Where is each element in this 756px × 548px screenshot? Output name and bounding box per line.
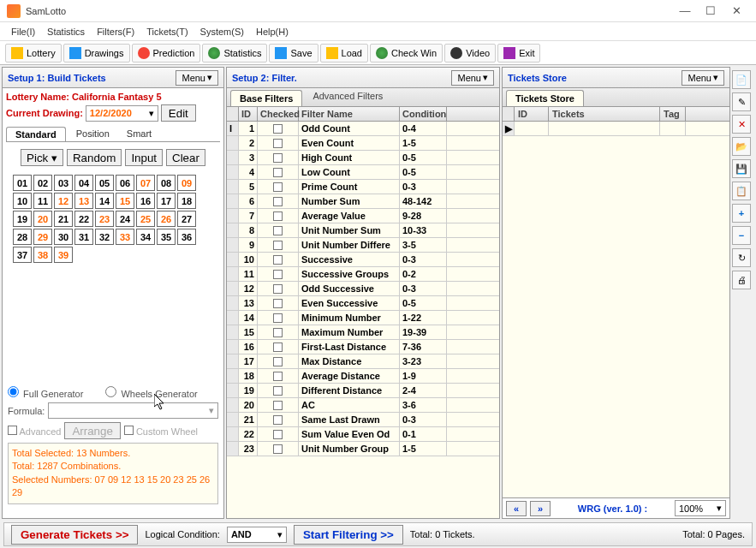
filter-row[interactable]: 12Odd Successive0-3 [227, 282, 499, 296]
side-print-icon[interactable]: 🖨 [732, 271, 751, 289]
filter-checkbox[interactable] [273, 270, 283, 279]
side-minus-icon[interactable]: − [732, 226, 751, 245]
input-button[interactable]: Input [125, 149, 163, 166]
toolbar-lottery[interactable]: Lottery [5, 44, 62, 63]
toolbar-prediction[interactable]: Prediction [132, 44, 201, 63]
formula-combo[interactable]: ▾ [48, 402, 218, 419]
generate-tickets-button[interactable]: Generate Tickets >> [11, 525, 138, 545]
filter-checkbox[interactable] [273, 226, 283, 235]
menu-statistics[interactable]: Statistics [41, 25, 91, 39]
nav-next-button[interactable]: » [530, 501, 551, 516]
col-id[interactable]: ID [239, 107, 258, 121]
filter-checkbox[interactable] [273, 211, 283, 221]
filter-checkbox[interactable] [273, 357, 283, 366]
store-col-tag[interactable]: Tag [660, 107, 686, 121]
pick-button[interactable]: Pick ▾ [21, 149, 63, 166]
filter-row[interactable]: 9Unit Number Differe3-5 [227, 238, 499, 253]
filter-row[interactable]: 10Successive0-3 [227, 253, 499, 267]
toolbar-video[interactable]: Video [444, 44, 496, 63]
store-col-id[interactable]: ID [515, 107, 549, 121]
filter-checkbox[interactable] [273, 197, 283, 206]
number-02[interactable]: 02 [33, 175, 52, 191]
toolbar-save[interactable]: Save [269, 44, 318, 63]
menu-filters[interactable]: Filters(F) [91, 25, 140, 39]
number-23[interactable]: 23 [95, 211, 114, 227]
filter-checkbox[interactable] [273, 124, 283, 134]
number-24[interactable]: 24 [116, 211, 134, 227]
number-06[interactable]: 06 [116, 175, 134, 191]
tab-smart[interactable]: Smart [118, 127, 160, 141]
toolbar-load[interactable]: Load [320, 44, 368, 63]
number-39[interactable]: 39 [54, 247, 73, 263]
filter-row[interactable]: 14Minimum Number1-22 [227, 311, 499, 325]
store-col-tickets[interactable]: Tickets [549, 107, 660, 121]
maximize-button[interactable]: ☐ [698, 0, 723, 22]
filter-checkbox[interactable] [273, 313, 283, 323]
menu-system[interactable]: System(S) [194, 25, 250, 39]
number-25[interactable]: 25 [136, 211, 155, 227]
number-20[interactable]: 20 [33, 211, 52, 227]
filter-row[interactable]: 16First-Last Distance7-36 [227, 340, 499, 354]
number-27[interactable]: 27 [177, 211, 196, 227]
number-10[interactable]: 10 [13, 193, 32, 209]
number-19[interactable]: 19 [13, 211, 32, 227]
side-save-icon[interactable]: 💾 [732, 159, 751, 178]
col-checked[interactable]: Checked [258, 107, 299, 121]
filter-row[interactable]: 15Maximum Number19-39 [227, 325, 499, 340]
close-button[interactable]: ✕ [723, 0, 749, 22]
panel2-menu-button[interactable]: Menu ▾ [451, 70, 494, 86]
filter-row[interactable]: 4Low Count0-5 [227, 165, 499, 180]
side-add-icon[interactable]: 📄 [732, 70, 751, 89]
filter-checkbox[interactable] [273, 182, 283, 192]
filter-row[interactable]: 3High Count0-5 [227, 151, 499, 165]
random-button[interactable]: Random [67, 149, 122, 166]
filter-row[interactable]: 22Sum Value Even Od0-1 [227, 427, 499, 442]
number-15[interactable]: 15 [116, 193, 134, 209]
number-16[interactable]: 16 [136, 193, 155, 209]
toolbar-statistics[interactable]: Statistics [202, 44, 267, 63]
panel3-menu-button[interactable]: Menu ▾ [682, 70, 724, 86]
number-05[interactable]: 05 [95, 175, 114, 191]
toolbar-checkwin[interactable]: Check Win [370, 44, 443, 63]
number-26[interactable]: 26 [157, 211, 176, 227]
zoom-combo[interactable]: 100%▾ [675, 500, 726, 516]
number-33[interactable]: 33 [116, 229, 134, 245]
tab-tickets-store[interactable]: Tickets Store [506, 90, 584, 106]
filter-checkbox[interactable] [273, 241, 283, 250]
tab-standard[interactable]: Standard [6, 127, 66, 141]
filter-checkbox[interactable] [273, 153, 283, 163]
number-35[interactable]: 35 [157, 229, 176, 245]
col-condition[interactable]: Condition [400, 107, 447, 121]
filter-checkbox[interactable] [273, 372, 283, 381]
panel1-menu-button[interactable]: Menu ▾ [176, 70, 218, 86]
number-22[interactable]: 22 [74, 211, 93, 227]
drawing-date-combo[interactable]: 12/2/2020▾ [86, 105, 158, 122]
number-18[interactable]: 18 [177, 193, 196, 209]
filter-row[interactable]: 13Even Successive0-5 [227, 296, 499, 311]
menu-help[interactable]: Help(H) [250, 25, 295, 39]
toolbar-exit[interactable]: Exit [497, 44, 540, 63]
filter-row[interactable]: 11Successive Groups0-2 [227, 267, 499, 282]
number-17[interactable]: 17 [157, 193, 176, 209]
side-edit-icon[interactable]: ✎ [732, 92, 751, 111]
filter-row[interactable]: 17Max Distance3-23 [227, 354, 499, 369]
number-36[interactable]: 36 [177, 229, 196, 245]
filter-row[interactable]: 23Unit Number Group1-5 [227, 442, 499, 456]
menu-file[interactable]: File(I) [5, 25, 41, 39]
filter-checkbox[interactable] [273, 255, 283, 265]
tab-position[interactable]: Position [68, 127, 118, 141]
clear-button[interactable]: Clear [166, 149, 205, 166]
full-generator-radio[interactable]: Full Generator [8, 386, 83, 399]
filter-checkbox[interactable] [273, 444, 283, 454]
filter-row[interactable]: 19Different Distance2-4 [227, 384, 499, 398]
number-08[interactable]: 08 [157, 175, 176, 191]
menu-tickets[interactable]: Tickets(T) [140, 25, 193, 39]
number-04[interactable]: 04 [74, 175, 93, 191]
filter-row[interactable]: 6Number Sum48-142 [227, 194, 499, 209]
filter-checkbox[interactable] [273, 430, 283, 439]
number-13[interactable]: 13 [74, 193, 93, 209]
number-32[interactable]: 32 [95, 229, 114, 245]
filter-checkbox[interactable] [273, 168, 283, 177]
filter-checkbox[interactable] [273, 139, 283, 148]
start-filtering-button[interactable]: Start Filtering >> [294, 525, 403, 545]
